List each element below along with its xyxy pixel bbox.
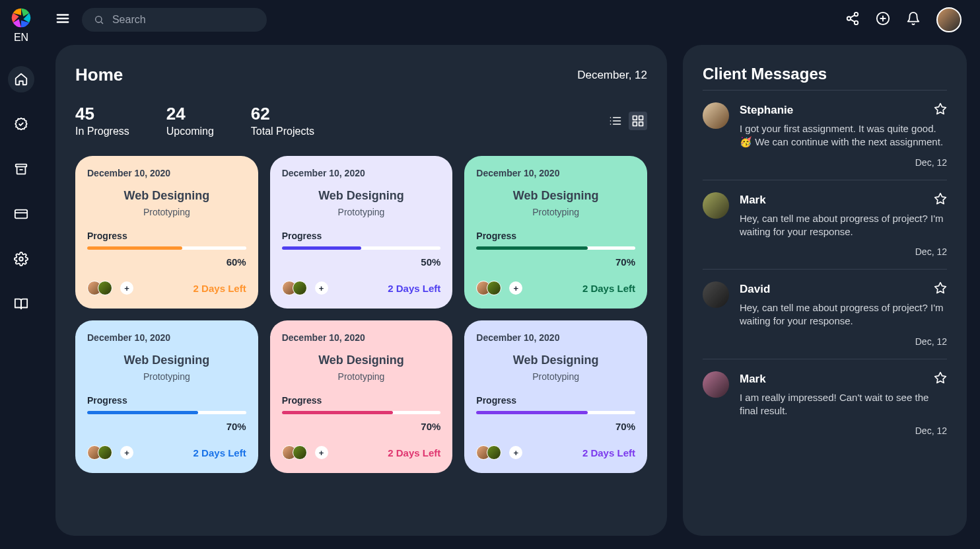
nav-home[interactable] <box>8 66 34 92</box>
participant-avatar <box>293 445 307 460</box>
add-participant-button[interactable]: + <box>315 281 328 295</box>
message-text: Hey, can tell me about progress of proje… <box>740 301 947 328</box>
message-sender: Stephanie <box>740 104 793 117</box>
nav-settings[interactable] <box>8 246 34 272</box>
project-card[interactable]: December 10, 2020 Web Designing Prototyp… <box>75 156 258 309</box>
nav-archive[interactable] <box>8 156 34 182</box>
message-item[interactable]: Stephanie I got your first assignment. I… <box>703 90 947 180</box>
progress-fill <box>282 246 361 250</box>
card-title: Web Designing <box>282 353 441 367</box>
home-icon <box>14 72 28 87</box>
participants: + <box>87 445 133 460</box>
card-date: December 10, 2020 <box>282 168 441 178</box>
projects-stats: 45 In Progress 24 Upcoming 62 Total Proj… <box>75 104 647 137</box>
days-left: 2 Days Left <box>193 447 246 458</box>
credit-card-icon <box>14 207 28 221</box>
message-item[interactable]: Mark Hey, can tell me about progress of … <box>703 180 947 270</box>
plus-circle-icon <box>876 11 890 26</box>
svg-point-6 <box>96 17 102 22</box>
topbar <box>55 7 967 33</box>
star-button[interactable] <box>934 371 947 387</box>
nav-billing[interactable] <box>8 201 34 227</box>
message-body: Mark Hey, can tell me about progress of … <box>740 192 947 258</box>
card-subtitle: Prototyping <box>87 371 246 382</box>
add-participant-button[interactable]: + <box>120 446 133 459</box>
message-item[interactable]: David Hey, can tell me about progress of… <box>703 269 947 359</box>
stat-value: 45 <box>75 104 129 124</box>
svg-line-12 <box>851 15 855 18</box>
add-participant-button[interactable]: + <box>315 446 328 459</box>
message-sender: Mark <box>740 194 766 207</box>
shutter-logo-icon <box>10 7 32 29</box>
progress-percent: 70% <box>476 256 635 268</box>
search-icon <box>94 14 104 26</box>
card-title: Web Designing <box>87 189 246 203</box>
message-date: Dec, 12 <box>740 336 947 347</box>
project-card[interactable]: December 10, 2020 Web Designing Prototyp… <box>270 156 453 309</box>
add-button[interactable] <box>876 11 890 28</box>
star-button[interactable] <box>934 281 947 297</box>
project-card[interactable]: December 10, 2020 Web Designing Prototyp… <box>270 320 453 473</box>
participants: + <box>476 445 522 460</box>
progress-fill <box>476 246 587 250</box>
projects-panel: Home December, 12 45 In Progress 24 Upco… <box>55 45 667 536</box>
progress-fill <box>476 411 587 414</box>
notifications-button[interactable] <box>906 11 921 28</box>
add-participant-button[interactable]: + <box>509 281 522 295</box>
svg-rect-25 <box>633 122 637 126</box>
participant-avatar <box>98 445 112 460</box>
participants: + <box>87 281 133 295</box>
card-date: December 10, 2020 <box>476 332 635 343</box>
share-icon <box>845 11 860 26</box>
participants: + <box>282 445 328 460</box>
progress-bar <box>282 246 441 250</box>
svg-line-11 <box>851 19 855 22</box>
project-cards-grid: December 10, 2020 Web Designing Prototyp… <box>75 156 647 473</box>
language-label: EN <box>14 32 28 44</box>
message-date: Dec, 12 <box>740 425 947 436</box>
project-card[interactable]: December 10, 2020 Web Designing Prototyp… <box>464 320 647 473</box>
list-view-button[interactable] <box>606 112 625 130</box>
card-title: Web Designing <box>87 353 246 367</box>
share-button[interactable] <box>845 11 860 28</box>
stat-upcoming: 24 Upcoming <box>166 104 214 137</box>
menu-toggle[interactable] <box>55 11 70 28</box>
main-area: Home December, 12 45 In Progress 24 Upco… <box>42 0 980 549</box>
search-input[interactable] <box>112 14 255 26</box>
project-card[interactable]: December 10, 2020 Web Designing Prototyp… <box>75 320 258 473</box>
svg-rect-1 <box>15 210 27 219</box>
bell-icon <box>906 11 921 26</box>
svg-marker-26 <box>935 104 946 114</box>
days-left: 2 Days Left <box>582 283 635 294</box>
card-subtitle: Prototyping <box>476 371 635 382</box>
card-title: Web Designing <box>476 353 635 367</box>
nav-list <box>8 66 34 317</box>
star-button[interactable] <box>934 192 947 208</box>
project-card[interactable]: December 10, 2020 Web Designing Prototyp… <box>464 156 647 309</box>
star-icon <box>934 102 947 116</box>
add-participant-button[interactable]: + <box>120 281 133 295</box>
progress-label: Progress <box>282 395 441 406</box>
card-subtitle: Prototyping <box>282 371 441 382</box>
card-footer: + 2 Days Left <box>87 445 246 460</box>
nav-verified[interactable] <box>8 111 34 137</box>
card-subtitle: Prototyping <box>87 207 246 217</box>
star-button[interactable] <box>934 102 947 118</box>
message-body: Stephanie I got your first assignment. I… <box>740 102 947 168</box>
grid-view-button[interactable] <box>629 112 647 130</box>
profile-avatar[interactable] <box>936 7 962 32</box>
svg-marker-27 <box>935 193 946 203</box>
messages-list: Stephanie I got your first assignment. I… <box>703 90 947 448</box>
card-footer: + 2 Days Left <box>87 281 246 295</box>
content-row: Home December, 12 45 In Progress 24 Upco… <box>55 45 967 536</box>
card-date: December 10, 2020 <box>282 332 441 343</box>
message-sender: David <box>740 283 770 296</box>
nav-docs[interactable] <box>8 291 34 317</box>
svg-line-7 <box>101 22 103 24</box>
search-box[interactable] <box>82 8 267 32</box>
svg-marker-29 <box>935 372 946 383</box>
days-left: 2 Days Left <box>388 283 440 294</box>
add-participant-button[interactable]: + <box>509 446 522 459</box>
message-date: Dec, 12 <box>740 246 947 257</box>
message-item[interactable]: Mark I am really impressed! Can't wait t… <box>703 359 947 449</box>
